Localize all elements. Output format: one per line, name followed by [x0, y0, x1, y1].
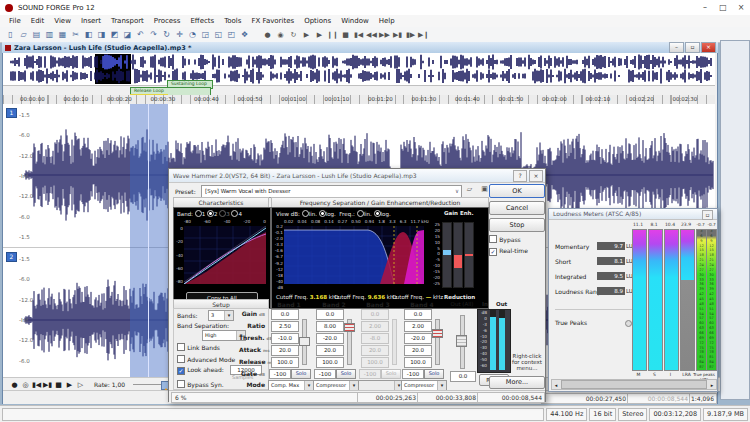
toolbar-icon[interactable]: ▥ [43, 30, 56, 39]
more-button[interactable]: More... [489, 376, 545, 389]
band2-release[interactable]: 100.0 [316, 357, 344, 368]
transport-button[interactable]: ▷ [75, 381, 86, 389]
advanced-mode-checkbox[interactable]: Advanced Mode [177, 355, 235, 364]
characteristics-graph[interactable] [184, 226, 266, 284]
band4-ratio[interactable]: 2.00 [404, 321, 432, 332]
stop-button[interactable]: Stop [489, 218, 545, 232]
transport-icon[interactable]: ◉ [274, 31, 287, 39]
overview-waveform[interactable] [3, 53, 715, 86]
toolbar-icon[interactable]: ▦ [56, 30, 69, 39]
viewdb-log-radio[interactable] [319, 210, 326, 217]
toolbar-icon[interactable]: ◲ [199, 30, 212, 39]
toolbar-icon[interactable]: ◩ [108, 30, 121, 39]
transport-icon[interactable]: ■ [339, 31, 352, 39]
transport-icon[interactable]: ▮◀ [352, 31, 365, 39]
bypass-checkbox[interactable]: Bypass [489, 235, 521, 244]
band2-slider-handle[interactable] [344, 323, 355, 332]
viewdb-lin-radio[interactable] [302, 210, 309, 217]
maximize-button[interactable]: □ [714, 1, 732, 14]
transport-button[interactable]: ▮◀ [31, 381, 42, 389]
toolbar-icon[interactable]: ▱ [17, 30, 30, 39]
transport-button[interactable]: ■ [53, 381, 64, 389]
band4-gain[interactable]: 0.0 [404, 309, 432, 320]
out-all-slider-handle[interactable] [456, 335, 467, 347]
look-ahead-checkbox[interactable]: ✓ Look ahead: [177, 366, 224, 375]
minimize-button[interactable]: – [696, 1, 714, 14]
transport-icon[interactable]: ↻ [287, 31, 300, 39]
toolbar-icon[interactable]: ↷ [147, 30, 160, 39]
band4-attack[interactable]: 20.0 [404, 345, 432, 356]
band1-gain[interactable]: 0.0 [271, 309, 299, 320]
toolbar-icon[interactable]: ✛ [173, 30, 186, 39]
toolbar-icon[interactable]: ◱ [212, 30, 225, 39]
dialog-close-button[interactable]: × [529, 170, 543, 182]
menu-item[interactable]: Insert [76, 17, 106, 25]
transport-button[interactable]: ▶ [64, 381, 75, 389]
channel-2-button[interactable]: 2 [6, 252, 17, 262]
freq-log-radio[interactable] [374, 210, 381, 217]
band-1-radio[interactable] [195, 210, 202, 217]
bands-dropdown[interactable]: 3▾ [208, 310, 234, 321]
band1-slider-handle[interactable] [299, 337, 310, 346]
transport-icon[interactable]: ◀◀ [365, 31, 378, 39]
toolbar-icon[interactable]: ↶ [134, 30, 147, 39]
selection-overlay[interactable] [130, 104, 168, 377]
band4-slider-handle[interactable] [432, 329, 443, 338]
toolbar-icon[interactable]: ▯ [4, 30, 17, 39]
preset-icon[interactable]: ▱ [463, 185, 476, 193]
transport-icon[interactable]: ▶▮ [391, 31, 404, 39]
band2-ratio[interactable]: 8.00 [316, 321, 344, 332]
transport-icon[interactable]: ▮▶ [404, 31, 417, 39]
transport-icon[interactable]: ▶ [313, 31, 326, 39]
band2-thresh[interactable]: -20.0 [316, 333, 344, 344]
transport-icon[interactable]: ▶❙ [417, 31, 430, 39]
bypass-syn-checkbox[interactable]: Bypass Syn. [177, 380, 224, 389]
transport-icon[interactable]: ● [261, 31, 274, 39]
freq-lin-radio[interactable] [357, 210, 364, 217]
menu-item[interactable]: Help [374, 17, 400, 25]
loudness-scrollbar[interactable]: ◂ ▸ [551, 379, 717, 390]
dialog-help-button[interactable]: ? [513, 170, 527, 182]
band2-gain[interactable]: 0.0 [316, 309, 344, 320]
toolbar-icon[interactable]: ◨ [95, 30, 108, 39]
doc-restore-button[interactable]: ▫ [685, 42, 700, 53]
band2-attack[interactable]: 20.0 [316, 345, 344, 356]
ok-button[interactable]: OK [489, 184, 545, 198]
transport-button[interactable]: ◎ [20, 381, 31, 389]
realtime-checkbox[interactable]: ✓ Real-time [489, 247, 528, 256]
menu-item[interactable]: Effects [185, 17, 219, 25]
frequency-graph[interactable] [284, 226, 424, 284]
doc-close-button[interactable]: × [701, 42, 716, 53]
out-all-value[interactable]: 0.0 [450, 371, 476, 382]
menu-item[interactable]: Options [299, 17, 336, 25]
band4-release[interactable]: 100.0 [404, 357, 432, 368]
menu-item[interactable]: Transport [106, 17, 149, 25]
menu-item[interactable]: File [4, 17, 26, 25]
band1-ratio[interactable]: 2.50 [271, 321, 299, 332]
menu-item[interactable]: Window [336, 17, 374, 25]
band1-gate[interactable]: -100 [269, 369, 291, 379]
toolbar-icon[interactable]: ↻ [160, 30, 173, 39]
transport-button[interactable]: ▶▮ [42, 381, 53, 389]
toolbar-icon[interactable]: ❖ [238, 30, 251, 39]
band1-release[interactable]: 100.0 [271, 357, 299, 368]
band4-gate[interactable]: -100 [402, 369, 424, 379]
loudness-close-button[interactable]: ▫ [702, 210, 713, 220]
band4-slider[interactable] [435, 319, 440, 365]
menu-item[interactable]: FX Favorites [246, 17, 299, 25]
band2-gate[interactable]: -100 [314, 369, 336, 379]
link-bands-checkbox[interactable]: Link Bands [177, 343, 220, 352]
band1-solo-button[interactable]: Solo [291, 369, 311, 379]
menu-item[interactable]: Tools [219, 17, 246, 25]
band-2-radio[interactable] [207, 210, 214, 217]
toolbar-icon[interactable]: ✂ [69, 30, 82, 39]
band4-thresh[interactable]: -20.0 [404, 333, 432, 344]
toolbar-icon[interactable]: ◧ [82, 30, 95, 39]
band4-solo-button[interactable]: Solo [424, 369, 444, 379]
scrollbar-thumb[interactable] [561, 380, 707, 389]
band1-attack[interactable]: 20.0 [271, 345, 299, 356]
transport-icon[interactable]: ❙❙ [326, 31, 339, 39]
band1-thresh[interactable]: -10.0 [271, 333, 299, 344]
toolbar-icon[interactable]: ◪ [121, 30, 134, 39]
doc-minimize-button[interactable]: – [669, 42, 684, 53]
